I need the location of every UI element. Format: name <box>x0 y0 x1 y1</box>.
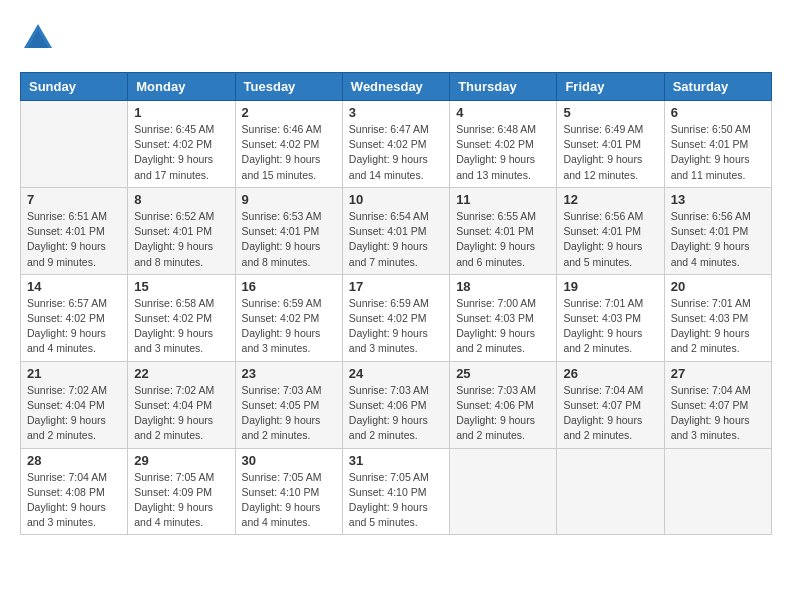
day-number: 1 <box>134 105 228 120</box>
day-info: Sunrise: 6:53 AM Sunset: 4:01 PM Dayligh… <box>242 209 336 270</box>
day-number: 20 <box>671 279 765 294</box>
day-number: 2 <box>242 105 336 120</box>
calendar-day-cell: 18Sunrise: 7:00 AM Sunset: 4:03 PM Dayli… <box>450 274 557 361</box>
day-number: 21 <box>27 366 121 381</box>
day-number: 24 <box>349 366 443 381</box>
day-number: 5 <box>563 105 657 120</box>
day-number: 6 <box>671 105 765 120</box>
calendar-day-cell: 2Sunrise: 6:46 AM Sunset: 4:02 PM Daylig… <box>235 101 342 188</box>
day-number: 14 <box>27 279 121 294</box>
calendar-day-cell: 26Sunrise: 7:04 AM Sunset: 4:07 PM Dayli… <box>557 361 664 448</box>
calendar-day-cell: 15Sunrise: 6:58 AM Sunset: 4:02 PM Dayli… <box>128 274 235 361</box>
day-info: Sunrise: 6:47 AM Sunset: 4:02 PM Dayligh… <box>349 122 443 183</box>
calendar-day-cell: 21Sunrise: 7:02 AM Sunset: 4:04 PM Dayli… <box>21 361 128 448</box>
day-number: 31 <box>349 453 443 468</box>
calendar-day-cell: 19Sunrise: 7:01 AM Sunset: 4:03 PM Dayli… <box>557 274 664 361</box>
day-info: Sunrise: 6:56 AM Sunset: 4:01 PM Dayligh… <box>671 209 765 270</box>
calendar-header-row: SundayMondayTuesdayWednesdayThursdayFrid… <box>21 73 772 101</box>
day-number: 17 <box>349 279 443 294</box>
day-info: Sunrise: 6:56 AM Sunset: 4:01 PM Dayligh… <box>563 209 657 270</box>
calendar-day-cell: 5Sunrise: 6:49 AM Sunset: 4:01 PM Daylig… <box>557 101 664 188</box>
calendar-day-cell: 1Sunrise: 6:45 AM Sunset: 4:02 PM Daylig… <box>128 101 235 188</box>
day-number: 11 <box>456 192 550 207</box>
day-number: 27 <box>671 366 765 381</box>
calendar-week-row: 1Sunrise: 6:45 AM Sunset: 4:02 PM Daylig… <box>21 101 772 188</box>
day-info: Sunrise: 6:57 AM Sunset: 4:02 PM Dayligh… <box>27 296 121 357</box>
day-of-week-header: Monday <box>128 73 235 101</box>
day-number: 12 <box>563 192 657 207</box>
day-info: Sunrise: 6:46 AM Sunset: 4:02 PM Dayligh… <box>242 122 336 183</box>
calendar-day-cell <box>21 101 128 188</box>
day-info: Sunrise: 7:05 AM Sunset: 4:09 PM Dayligh… <box>134 470 228 531</box>
day-number: 7 <box>27 192 121 207</box>
day-info: Sunrise: 6:58 AM Sunset: 4:02 PM Dayligh… <box>134 296 228 357</box>
day-number: 22 <box>134 366 228 381</box>
day-info: Sunrise: 6:45 AM Sunset: 4:02 PM Dayligh… <box>134 122 228 183</box>
day-of-week-header: Sunday <box>21 73 128 101</box>
day-number: 19 <box>563 279 657 294</box>
day-info: Sunrise: 7:00 AM Sunset: 4:03 PM Dayligh… <box>456 296 550 357</box>
calendar-day-cell: 11Sunrise: 6:55 AM Sunset: 4:01 PM Dayli… <box>450 187 557 274</box>
day-of-week-header: Tuesday <box>235 73 342 101</box>
day-info: Sunrise: 6:59 AM Sunset: 4:02 PM Dayligh… <box>242 296 336 357</box>
day-info: Sunrise: 6:52 AM Sunset: 4:01 PM Dayligh… <box>134 209 228 270</box>
day-info: Sunrise: 7:04 AM Sunset: 4:08 PM Dayligh… <box>27 470 121 531</box>
calendar-week-row: 14Sunrise: 6:57 AM Sunset: 4:02 PM Dayli… <box>21 274 772 361</box>
day-number: 29 <box>134 453 228 468</box>
day-info: Sunrise: 7:05 AM Sunset: 4:10 PM Dayligh… <box>242 470 336 531</box>
logo-icon <box>20 20 56 56</box>
day-number: 9 <box>242 192 336 207</box>
day-number: 30 <box>242 453 336 468</box>
logo <box>20 20 62 56</box>
day-of-week-header: Wednesday <box>342 73 449 101</box>
day-info: Sunrise: 7:02 AM Sunset: 4:04 PM Dayligh… <box>27 383 121 444</box>
day-info: Sunrise: 7:05 AM Sunset: 4:10 PM Dayligh… <box>349 470 443 531</box>
day-info: Sunrise: 6:55 AM Sunset: 4:01 PM Dayligh… <box>456 209 550 270</box>
day-info: Sunrise: 6:59 AM Sunset: 4:02 PM Dayligh… <box>349 296 443 357</box>
calendar-day-cell: 14Sunrise: 6:57 AM Sunset: 4:02 PM Dayli… <box>21 274 128 361</box>
day-number: 18 <box>456 279 550 294</box>
day-info: Sunrise: 6:49 AM Sunset: 4:01 PM Dayligh… <box>563 122 657 183</box>
calendar-day-cell: 20Sunrise: 7:01 AM Sunset: 4:03 PM Dayli… <box>664 274 771 361</box>
day-number: 15 <box>134 279 228 294</box>
day-number: 23 <box>242 366 336 381</box>
calendar-day-cell <box>664 448 771 535</box>
day-info: Sunrise: 7:02 AM Sunset: 4:04 PM Dayligh… <box>134 383 228 444</box>
day-info: Sunrise: 6:48 AM Sunset: 4:02 PM Dayligh… <box>456 122 550 183</box>
calendar-day-cell: 22Sunrise: 7:02 AM Sunset: 4:04 PM Dayli… <box>128 361 235 448</box>
calendar-day-cell: 28Sunrise: 7:04 AM Sunset: 4:08 PM Dayli… <box>21 448 128 535</box>
day-info: Sunrise: 7:04 AM Sunset: 4:07 PM Dayligh… <box>671 383 765 444</box>
calendar-table: SundayMondayTuesdayWednesdayThursdayFrid… <box>20 72 772 535</box>
calendar-day-cell: 17Sunrise: 6:59 AM Sunset: 4:02 PM Dayli… <box>342 274 449 361</box>
calendar-day-cell: 10Sunrise: 6:54 AM Sunset: 4:01 PM Dayli… <box>342 187 449 274</box>
day-info: Sunrise: 7:03 AM Sunset: 4:05 PM Dayligh… <box>242 383 336 444</box>
calendar-day-cell: 30Sunrise: 7:05 AM Sunset: 4:10 PM Dayli… <box>235 448 342 535</box>
day-info: Sunrise: 7:01 AM Sunset: 4:03 PM Dayligh… <box>563 296 657 357</box>
day-info: Sunrise: 7:01 AM Sunset: 4:03 PM Dayligh… <box>671 296 765 357</box>
calendar-day-cell: 12Sunrise: 6:56 AM Sunset: 4:01 PM Dayli… <box>557 187 664 274</box>
day-number: 3 <box>349 105 443 120</box>
calendar-day-cell: 6Sunrise: 6:50 AM Sunset: 4:01 PM Daylig… <box>664 101 771 188</box>
calendar-day-cell: 25Sunrise: 7:03 AM Sunset: 4:06 PM Dayli… <box>450 361 557 448</box>
calendar-day-cell: 24Sunrise: 7:03 AM Sunset: 4:06 PM Dayli… <box>342 361 449 448</box>
calendar-day-cell: 31Sunrise: 7:05 AM Sunset: 4:10 PM Dayli… <box>342 448 449 535</box>
day-info: Sunrise: 6:50 AM Sunset: 4:01 PM Dayligh… <box>671 122 765 183</box>
calendar-day-cell: 9Sunrise: 6:53 AM Sunset: 4:01 PM Daylig… <box>235 187 342 274</box>
day-number: 4 <box>456 105 550 120</box>
day-number: 25 <box>456 366 550 381</box>
day-number: 26 <box>563 366 657 381</box>
calendar-day-cell: 8Sunrise: 6:52 AM Sunset: 4:01 PM Daylig… <box>128 187 235 274</box>
day-info: Sunrise: 7:03 AM Sunset: 4:06 PM Dayligh… <box>456 383 550 444</box>
day-of-week-header: Saturday <box>664 73 771 101</box>
calendar-week-row: 7Sunrise: 6:51 AM Sunset: 4:01 PM Daylig… <box>21 187 772 274</box>
day-of-week-header: Thursday <box>450 73 557 101</box>
calendar-day-cell: 13Sunrise: 6:56 AM Sunset: 4:01 PM Dayli… <box>664 187 771 274</box>
day-number: 16 <box>242 279 336 294</box>
day-info: Sunrise: 6:54 AM Sunset: 4:01 PM Dayligh… <box>349 209 443 270</box>
day-info: Sunrise: 6:51 AM Sunset: 4:01 PM Dayligh… <box>27 209 121 270</box>
day-number: 28 <box>27 453 121 468</box>
day-number: 10 <box>349 192 443 207</box>
day-number: 13 <box>671 192 765 207</box>
calendar-day-cell: 27Sunrise: 7:04 AM Sunset: 4:07 PM Dayli… <box>664 361 771 448</box>
day-number: 8 <box>134 192 228 207</box>
